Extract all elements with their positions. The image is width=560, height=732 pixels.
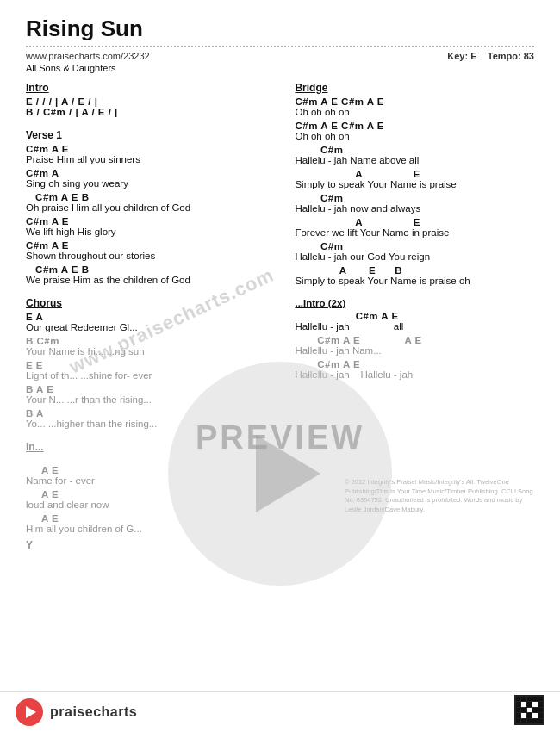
br-group-5: C#m Hallelu - jah now and always xyxy=(295,193,534,214)
br-group-3: C#m Hallelu - jah Name above all xyxy=(295,145,534,165)
v1-group-3: C#m A E B Oh praise Him all you children… xyxy=(26,192,277,213)
ch-group-1: E A Our great Redeemer Gl... xyxy=(26,312,277,332)
br-group-8: A E B Simply to speak Your Name is prais… xyxy=(295,265,534,286)
intro-line-1: E / / / | A / E / | xyxy=(26,96,277,107)
bridge-title: Bridge xyxy=(295,82,534,94)
song-title: Rising Sun xyxy=(26,16,534,42)
play-button[interactable] xyxy=(16,698,43,726)
v1-group-1: C#m A E Praise Him all you sinners xyxy=(26,144,277,164)
song-url: www.praisecharts.com/23232 xyxy=(26,51,150,61)
intro2x-title: ...Intro (2x) xyxy=(295,298,534,308)
artist-row: All Sons & Daughters xyxy=(26,63,534,73)
meta-row: www.praisecharts.com/23232 Key: E Tempo:… xyxy=(26,51,534,61)
title-divider xyxy=(26,46,534,47)
play-button-icon xyxy=(26,706,36,718)
artist-name: All Sons & Daughters xyxy=(26,63,116,73)
chorus-title: Chorus xyxy=(26,297,277,309)
br-group-2: C#m A E C#m A E Oh oh oh oh xyxy=(295,121,534,141)
br-group-7: C#m Hallelu - jah our God You reign xyxy=(295,241,534,262)
v1-group-2: C#m A Sing oh sing you weary xyxy=(26,168,277,189)
v1-group-4: C#m A E We lift high His glory xyxy=(26,216,277,237)
i2x-group-1: C#m A E Hallellu - jah all xyxy=(295,311,534,332)
page-container: Rising Sun www.praisecharts.com/23232 Ke… xyxy=(0,0,560,732)
section-bridge: Bridge C#m A E C#m A E Oh oh oh oh C#m A… xyxy=(295,82,534,286)
section-verse1: Verse 1 C#m A E Praise Him all you sinne… xyxy=(26,129,277,285)
verse1-title: Verse 1 xyxy=(26,129,277,141)
section-intro: Intro E / / / | A / E / | B / C#m / | A … xyxy=(26,82,277,117)
br-group-4: A E Simply to speak Your Name is praise xyxy=(295,169,534,189)
v1-group-6: C#m A E B We praise Him as the children … xyxy=(26,264,277,285)
intro-title: Intro xyxy=(26,82,277,94)
qr-code xyxy=(514,695,544,725)
key-tempo: Key: E Tempo: 83 xyxy=(447,51,534,61)
intro-line-2: B / C#m / | A / E / | xyxy=(26,107,277,117)
bottom-bar: praisecharts xyxy=(0,691,560,732)
play-triangle-icon xyxy=(256,435,320,512)
brand-name: praisecharts xyxy=(50,704,137,720)
play-circle-overlay[interactable] xyxy=(168,362,392,586)
br-group-6: A E Forever we lift Your Name in praise xyxy=(295,217,534,238)
br-group-1: C#m A E C#m A E Oh oh oh oh xyxy=(295,96,534,117)
v1-group-5: C#m A E Shown throughout our stories xyxy=(26,240,277,261)
